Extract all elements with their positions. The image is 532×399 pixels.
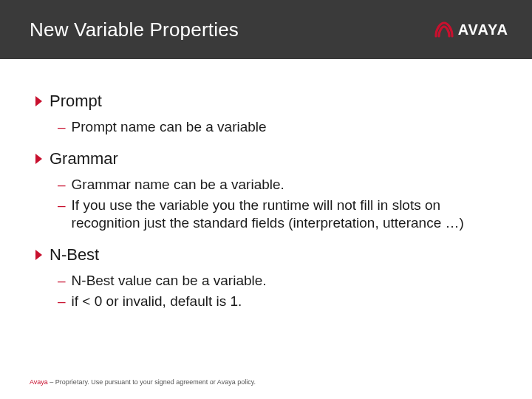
sub-text: Grammar name can be a variable.: [72, 176, 284, 194]
dash-bullet-icon: –: [58, 293, 66, 310]
sub-list: – Grammar name can be a variable. – If y…: [35, 168, 497, 232]
content-area: Prompt – Prompt name can be a variable G…: [0, 59, 532, 310]
bullet-label: Prompt: [50, 92, 102, 111]
triangle-bullet-icon: [35, 154, 42, 164]
dash-bullet-icon: –: [58, 272, 66, 290]
triangle-bullet-icon: [35, 250, 42, 260]
sub-item: – if < 0 or invalid, default is 1.: [58, 293, 497, 310]
bullet-item: Grammar – Grammar name can be a variable…: [35, 149, 497, 232]
sub-item: – N-Best value can be a variable.: [58, 272, 497, 290]
dash-bullet-icon: –: [58, 197, 66, 214]
bullet-label: N-Best: [50, 245, 99, 265]
sub-text: if < 0 or invalid, default is 1.: [72, 293, 242, 310]
dash-bullet-icon: –: [58, 118, 66, 136]
sub-list: – Prompt name can be a variable: [35, 111, 497, 136]
sub-text: If you use the variable you the runtime …: [72, 197, 497, 232]
triangle-bullet-icon: [35, 96, 42, 106]
sub-text: N-Best value can be a variable.: [72, 272, 267, 290]
sub-text: Prompt name can be a variable: [72, 118, 267, 136]
sub-item: – If you use the variable you the runtim…: [58, 197, 497, 232]
bullet-item: Prompt – Prompt name can be a variable: [35, 92, 497, 136]
footer-text: Avaya – Proprietary. Use pursuant to you…: [30, 378, 256, 386]
brand-logo-text: AVAYA: [458, 21, 508, 38]
footer-rest: – Proprietary. Use pursuant to your sign…: [48, 378, 256, 386]
bullet-line: Prompt: [35, 92, 497, 111]
bullet-label: Grammar: [50, 149, 118, 168]
sub-item: – Prompt name can be a variable: [58, 118, 497, 136]
sub-list: – N-Best value can be a variable. – if <…: [35, 265, 497, 310]
title-bar: New Variable Properties AVAYA: [0, 0, 532, 59]
footer-brand: Avaya: [30, 378, 48, 386]
bullet-line: Grammar: [35, 149, 497, 168]
brand-logo: AVAYA: [434, 21, 508, 38]
dash-bullet-icon: –: [58, 176, 66, 194]
slide-title: New Variable Properties: [30, 18, 239, 41]
bullet-line: N-Best: [35, 245, 497, 265]
bullet-item: N-Best – N-Best value can be a variable.…: [35, 245, 497, 310]
slide: New Variable Properties AVAYA Prompt – P…: [0, 0, 532, 399]
brand-logo-icon: [434, 21, 454, 38]
sub-item: – Grammar name can be a variable.: [58, 176, 497, 194]
